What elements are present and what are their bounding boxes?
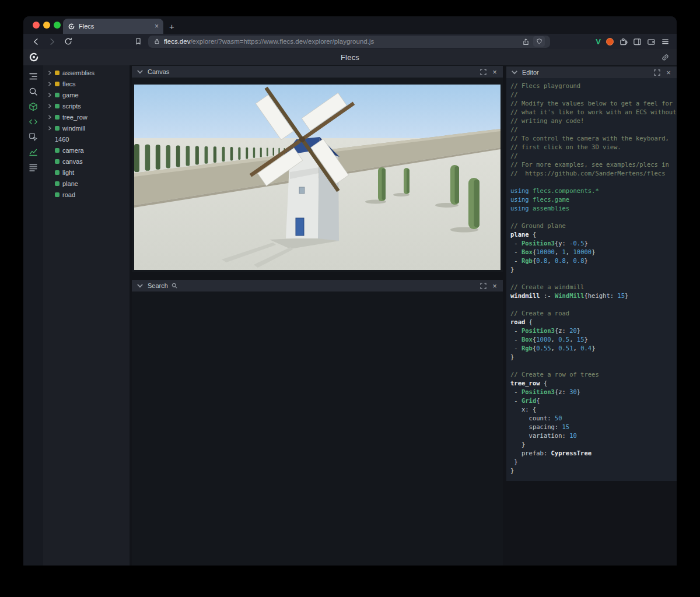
code-line: } [510, 458, 676, 466]
code-line: - Grid{ [510, 396, 676, 405]
code-line: tree_row { [510, 379, 676, 388]
reload-button[interactable] [62, 35, 75, 48]
wallet-icon[interactable] [647, 37, 656, 46]
link-icon [661, 53, 670, 62]
code-icon[interactable] [26, 115, 40, 128]
editor-panel: Editor × // Flecs playground//// Modify … [506, 66, 677, 481]
code-line: // Create a road [510, 309, 676, 318]
minimize-window-button[interactable] [43, 22, 50, 29]
canvas-panel: Canvas × [132, 66, 503, 272]
code-line: // https://github.com/SanderMertens/flec… [510, 169, 676, 178]
tree-item-canvas[interactable]: canvas [43, 156, 130, 167]
tree-item-label: game [62, 92, 79, 99]
expand-panel-button[interactable] [479, 68, 487, 76]
collapse-caret-icon[interactable] [136, 282, 144, 290]
tree-item-label: 1460 [55, 136, 69, 143]
share-icon[interactable] [522, 38, 530, 45]
tree-item-assemblies[interactable]: assemblies [43, 67, 130, 78]
close-window-button[interactable] [33, 22, 40, 29]
page-title: Flecs [341, 53, 359, 62]
search-icon[interactable] [26, 85, 40, 98]
collapse-caret-icon[interactable] [510, 68, 519, 76]
entity-color-square [55, 71, 60, 75]
canvas-panel-title: Canvas [148, 68, 169, 75]
code-area[interactable]: // Flecs playground//// Modify the value… [506, 78, 677, 481]
tree-item-light[interactable]: light [43, 167, 130, 178]
expand-panel-button[interactable] [653, 68, 661, 76]
code-line: // Create a row of trees [510, 370, 676, 379]
stats-chart-icon[interactable] [26, 146, 40, 159]
code-line: // To control the camera with the keyboa… [510, 134, 676, 143]
entity-color-square [55, 104, 60, 108]
bookmark-button[interactable] [132, 35, 145, 48]
tree-item-scripts[interactable]: scripts [43, 100, 130, 111]
code-line: // [510, 125, 676, 134]
code-line: road { [510, 318, 676, 326]
expand-panel-button[interactable] [479, 282, 487, 290]
search-panel-body[interactable] [132, 292, 503, 566]
chevron-right-icon [47, 104, 52, 108]
tree-item-label: camera [62, 147, 84, 154]
tree-item-label: canvas [62, 158, 83, 165]
tree-item-flecs[interactable]: flecs [43, 78, 130, 89]
entity-color-square [55, 159, 60, 164]
code-line: // For more examples, see examples/plecs… [510, 160, 676, 169]
collapse-caret-icon[interactable] [136, 68, 144, 76]
maximize-window-button[interactable] [54, 22, 61, 29]
share-link-button[interactable] [661, 53, 670, 62]
tree-item-plane[interactable]: plane [43, 178, 130, 189]
lock-icon [153, 38, 160, 45]
code-line: } [510, 353, 676, 361]
close-panel-button[interactable]: × [491, 282, 499, 290]
code-line: prefab: CypressTree [510, 449, 676, 458]
outline-tree-icon[interactable] [26, 70, 40, 83]
entities-cube-icon[interactable] [26, 100, 40, 113]
app-header: Flecs [23, 49, 677, 65]
url-text: flecs.dev/explorer/?wasm=https://www.fle… [164, 38, 519, 45]
tab-close-icon[interactable]: × [155, 23, 159, 30]
extensions-puzzle-icon[interactable] [619, 37, 628, 46]
code-line: - Rgb{0.55, 0.51, 0.4} [510, 344, 676, 353]
inspect-icon[interactable] [26, 131, 40, 143]
entity-tree: assembliesflecsgamescriptstree_rowwindmi… [43, 65, 130, 566]
tool-sidebar [23, 65, 43, 566]
close-panel-button[interactable]: × [664, 68, 673, 76]
brave-rewards-icon[interactable] [606, 38, 614, 45]
search-panel: Search × [132, 280, 503, 566]
canvas-panel-body [132, 78, 503, 272]
bookmark-icon [134, 37, 142, 45]
tab-bar: Flecs × + [23, 16, 677, 34]
tree-item-game[interactable]: game [43, 89, 130, 100]
search-icon [172, 283, 177, 289]
window-controls [33, 22, 61, 29]
tree-item-road[interactable]: road [43, 189, 130, 200]
tree-item-tree_row[interactable]: tree_row [43, 111, 130, 122]
brave-shield-button[interactable] [533, 36, 545, 47]
close-panel-button[interactable]: × [491, 68, 499, 76]
editor-panel-header: Editor × [506, 66, 677, 78]
code-line: x: { [510, 405, 676, 414]
forward-icon [48, 37, 57, 46]
fullscreen-icon [654, 69, 660, 76]
tree-item-camera[interactable]: camera [43, 145, 130, 156]
code-line [510, 361, 676, 370]
queries-list-icon[interactable] [26, 161, 40, 174]
extension-v-icon[interactable]: V [596, 37, 601, 46]
shield-icon [536, 38, 542, 45]
menu-hamburger-icon[interactable] [661, 37, 670, 46]
browser-window: Flecs × + flecs.dev/explorer/?wasm=https… [23, 16, 677, 566]
canvas-3d-scene[interactable] [134, 85, 501, 270]
code-line: plane { [510, 230, 676, 239]
tree-item-windmill[interactable]: windmill [43, 122, 130, 134]
sidebar-toggle-icon[interactable] [633, 37, 642, 46]
browser-tab[interactable]: Flecs × [63, 19, 163, 34]
code-line: // Create a windmill [510, 283, 676, 292]
code-line: - Position3{y: -0.5} [510, 239, 676, 248]
tree-item-1460[interactable]: 1460 [43, 134, 130, 145]
code-line: } [510, 265, 676, 274]
url-bar[interactable]: flecs.dev/explorer/?wasm=https://www.fle… [148, 36, 550, 48]
back-button[interactable] [29, 35, 42, 48]
canvas-panel-header: Canvas × [132, 66, 503, 78]
forward-button[interactable] [46, 35, 58, 48]
new-tab-button[interactable]: + [163, 19, 180, 34]
